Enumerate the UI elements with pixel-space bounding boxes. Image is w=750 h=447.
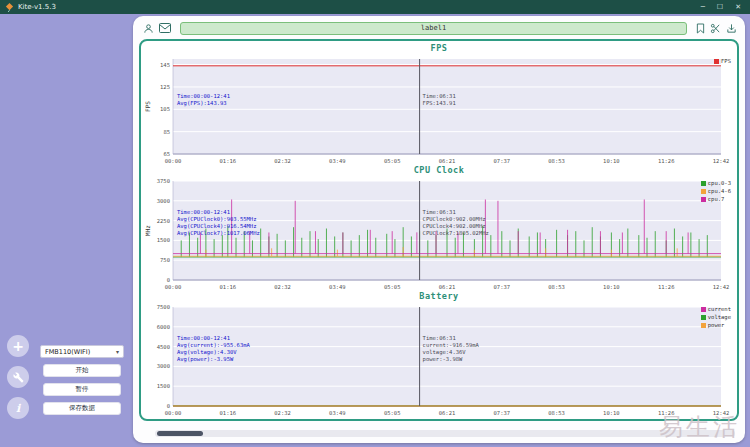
- svg-text:00:00: 00:00: [165, 284, 182, 290]
- svg-text:07:37: 07:37: [494, 284, 511, 290]
- svg-text:145: 145: [160, 62, 170, 68]
- svg-text:01:16: 01:16: [220, 284, 237, 290]
- cpu-clock-chart-panel: CPU Clock 0750150022503000375000:0001:16…: [143, 165, 735, 291]
- svg-text:3000: 3000: [157, 198, 170, 204]
- svg-text:0: 0: [167, 277, 170, 283]
- svg-text:MHz: MHz: [144, 225, 151, 236]
- svg-text:1500: 1500: [157, 237, 170, 243]
- device-select[interactable]: FMB110(WIFI) ▾: [40, 345, 124, 358]
- bookmark-icon[interactable]: [696, 23, 705, 34]
- svg-text:6000: 6000: [157, 324, 170, 330]
- svg-text:85: 85: [163, 129, 170, 135]
- scissors-icon[interactable]: [710, 23, 721, 34]
- svg-text:01:16: 01:16: [220, 158, 237, 164]
- svg-text:3000: 3000: [157, 363, 170, 369]
- svg-text:125: 125: [160, 84, 170, 90]
- svg-text:0: 0: [167, 403, 170, 409]
- battery-chart-panel: Battery 01500300045006000750000:0001:160…: [143, 291, 735, 417]
- svg-text:7500: 7500: [157, 304, 170, 310]
- device-select-value: FMB110(WIFI): [45, 348, 90, 356]
- export-icon[interactable]: [726, 23, 737, 34]
- svg-text:05:05: 05:05: [384, 158, 401, 164]
- app-logo-icon: [5, 3, 14, 12]
- cpu-clock-plot-area[interactable]: 0750150022503000375000:0001:1602:3203:49…: [143, 178, 735, 291]
- user-icon[interactable]: [143, 23, 154, 34]
- fps-plot-area[interactable]: 658510512514500:0001:1602:3203:4905:0506…: [143, 56, 735, 165]
- svg-text:06:21: 06:21: [439, 284, 456, 290]
- svg-text:02:32: 02:32: [274, 158, 291, 164]
- save-data-button[interactable]: 保存数据: [43, 402, 121, 415]
- svg-text:03:49: 03:49: [329, 410, 346, 416]
- svg-text:00:00: 00:00: [165, 410, 182, 416]
- svg-text:3750: 3750: [157, 178, 170, 184]
- svg-text:07:37: 07:37: [494, 158, 511, 164]
- svg-text:65: 65: [163, 151, 170, 157]
- close-button[interactable]: ✕: [735, 0, 741, 14]
- svg-text:01:16: 01:16: [220, 410, 237, 416]
- svg-text:4500: 4500: [157, 344, 170, 350]
- label-input[interactable]: [180, 22, 687, 35]
- info-button[interactable]: i: [7, 397, 29, 419]
- info-icon: i: [16, 402, 20, 415]
- app-window: Kite-v1.5.3 ─ ☐ ✕ + i FMB110(WIFI) ▾ 开始 …: [0, 0, 750, 447]
- pause-button[interactable]: 暂停: [43, 383, 121, 396]
- svg-text:02:32: 02:32: [274, 284, 291, 290]
- settings-button[interactable]: [7, 366, 29, 388]
- svg-text:05:05: 05:05: [384, 410, 401, 416]
- left-sidebar: + i FMB110(WIFI) ▾ 开始 暂停 保存数据: [0, 14, 133, 447]
- fps-chart-panel: FPS 658510512514500:0001:1602:3203:4905:…: [143, 43, 735, 165]
- horizontal-scrollbar[interactable]: [155, 430, 735, 437]
- main-card: FPS 658510512514500:0001:1602:3203:4905:…: [133, 16, 745, 443]
- svg-text:05:05: 05:05: [384, 284, 401, 290]
- svg-text:12:42: 12:42: [713, 158, 730, 164]
- svg-text:750: 750: [160, 257, 170, 263]
- svg-text:10:10: 10:10: [603, 284, 620, 290]
- title-bar: Kite-v1.5.3 ─ ☐ ✕: [0, 0, 750, 14]
- mail-icon[interactable]: [159, 23, 171, 33]
- plus-icon: +: [12, 338, 24, 354]
- top-toolbar: [143, 20, 737, 36]
- maximize-button[interactable]: ☐: [717, 0, 723, 14]
- cpu-clock-chart-title: CPU Clock: [143, 165, 735, 178]
- add-button[interactable]: +: [7, 335, 29, 357]
- svg-text:11:26: 11:26: [658, 158, 675, 164]
- battery-plot-area[interactable]: 01500300045006000750000:0001:1602:3203:4…: [143, 304, 735, 417]
- fps-chart-title: FPS: [143, 43, 735, 56]
- svg-text:FPS: FPS: [144, 101, 151, 112]
- window-title: Kite-v1.5.3: [18, 0, 701, 14]
- chevron-down-icon: ▾: [116, 348, 119, 355]
- wrench-icon: [13, 372, 24, 383]
- svg-text:06:21: 06:21: [439, 158, 456, 164]
- svg-text:105: 105: [160, 106, 170, 112]
- svg-text:02:32: 02:32: [274, 410, 291, 416]
- svg-text:03:49: 03:49: [329, 158, 346, 164]
- minimize-button[interactable]: ─: [701, 0, 705, 14]
- svg-text:08:53: 08:53: [548, 410, 565, 416]
- charts-frame: FPS 658510512514500:0001:1602:3203:4905:…: [139, 39, 739, 421]
- svg-text:10:10: 10:10: [603, 158, 620, 164]
- svg-text:1500: 1500: [157, 383, 170, 389]
- svg-text:12:42: 12:42: [713, 410, 730, 416]
- scrollbar-thumb[interactable]: [157, 431, 203, 436]
- svg-text:11:26: 11:26: [658, 410, 675, 416]
- svg-text:08:53: 08:53: [548, 158, 565, 164]
- svg-text:10:10: 10:10: [603, 410, 620, 416]
- svg-text:07:37: 07:37: [494, 410, 511, 416]
- svg-text:00:00: 00:00: [165, 158, 182, 164]
- svg-text:06:21: 06:21: [439, 410, 456, 416]
- svg-text:11:26: 11:26: [658, 284, 675, 290]
- svg-text:2250: 2250: [157, 218, 170, 224]
- svg-text:12:42: 12:42: [713, 284, 730, 290]
- start-button[interactable]: 开始: [43, 364, 121, 377]
- svg-text:03:49: 03:49: [329, 284, 346, 290]
- svg-text:08:53: 08:53: [548, 284, 565, 290]
- battery-chart-title: Battery: [143, 291, 735, 304]
- window-controls: ─ ☐ ✕: [701, 0, 741, 14]
